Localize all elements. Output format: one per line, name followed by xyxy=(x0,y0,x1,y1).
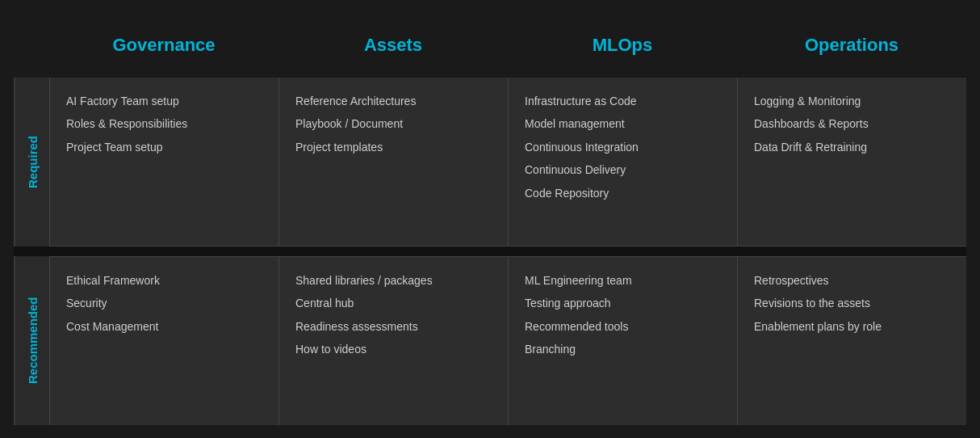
req-assets-item-3: Project templates xyxy=(295,138,492,156)
required-operations-cell: Logging & Monitoring Dashboards & Report… xyxy=(737,78,966,246)
req-mlops-item-5: Code Repository xyxy=(525,184,721,202)
divider-assets xyxy=(279,246,508,256)
required-assets-cell: Reference Architectures Playbook / Docum… xyxy=(279,78,508,246)
divider-label xyxy=(14,246,49,256)
req-ops-item-3: Data Drift & Retraining xyxy=(754,138,950,156)
label-recommended: Recommended xyxy=(14,256,49,425)
header-governance: Governance xyxy=(49,13,279,78)
label-required: Required xyxy=(14,78,49,246)
recommended-assets-cell: Shared libraries / packages Central hub … xyxy=(279,256,508,425)
divider-mlops xyxy=(508,246,737,256)
rec-assets-item-3: Readiness assessments xyxy=(295,318,492,335)
rec-mlops-item-3: Recommended tools xyxy=(525,318,721,335)
required-mlops-cell: Infrastructure as Code Model management … xyxy=(508,78,737,246)
rec-ops-item-2: Revisions to the assets xyxy=(754,294,950,312)
header-assets: Assets xyxy=(279,13,508,78)
divider-ops xyxy=(737,246,966,256)
recommended-mlops-cell: ML Engineering team Testing approach Rec… xyxy=(508,256,737,425)
rec-assets-item-1: Shared libraries / packages xyxy=(295,272,492,289)
divider-gov xyxy=(49,246,279,256)
req-mlops-item-4: Continuous Delivery xyxy=(525,161,721,179)
req-gov-item-3: Project Team setup xyxy=(66,138,262,156)
recommended-governance-cell: Ethical Framework Security Cost Manageme… xyxy=(49,256,279,425)
required-governance-cell: AI Factory Team setup Roles & Responsibi… xyxy=(49,78,279,246)
main-table: Governance Assets MLOps Operations Requi… xyxy=(14,13,966,425)
req-mlops-item-1: Infrastructure as Code xyxy=(525,92,721,110)
rec-ops-item-3: Enablement plans by role xyxy=(754,318,950,335)
req-assets-item-1: Reference Architectures xyxy=(295,92,492,110)
rec-gov-item-2: Security xyxy=(66,294,262,312)
req-mlops-item-3: Continuous Integration xyxy=(525,138,721,156)
recommended-operations-cell: Retrospectives Revisions to the assets E… xyxy=(737,256,966,425)
rec-assets-item-2: Central hub xyxy=(295,294,492,312)
rec-gov-item-3: Cost Management xyxy=(66,318,262,335)
rec-mlops-item-1: ML Engineering team xyxy=(525,272,721,289)
req-ops-item-1: Logging & Monitoring xyxy=(754,92,950,110)
rec-ops-item-1: Retrospectives xyxy=(754,272,950,289)
rec-mlops-item-2: Testing approach xyxy=(525,294,721,312)
rec-assets-item-4: How to videos xyxy=(295,340,492,358)
req-ops-item-2: Dashboards & Reports xyxy=(754,115,950,133)
header-operations: Operations xyxy=(737,13,966,78)
corner-cell xyxy=(14,13,49,78)
req-gov-item-2: Roles & Responsibilities xyxy=(66,115,262,133)
req-assets-item-2: Playbook / Document xyxy=(295,115,492,133)
header-mlops: MLOps xyxy=(508,13,737,78)
rec-mlops-item-4: Branching xyxy=(525,340,721,358)
req-gov-item-1: AI Factory Team setup xyxy=(66,92,262,110)
rec-gov-item-1: Ethical Framework xyxy=(66,272,262,289)
req-mlops-item-2: Model management xyxy=(525,115,721,133)
